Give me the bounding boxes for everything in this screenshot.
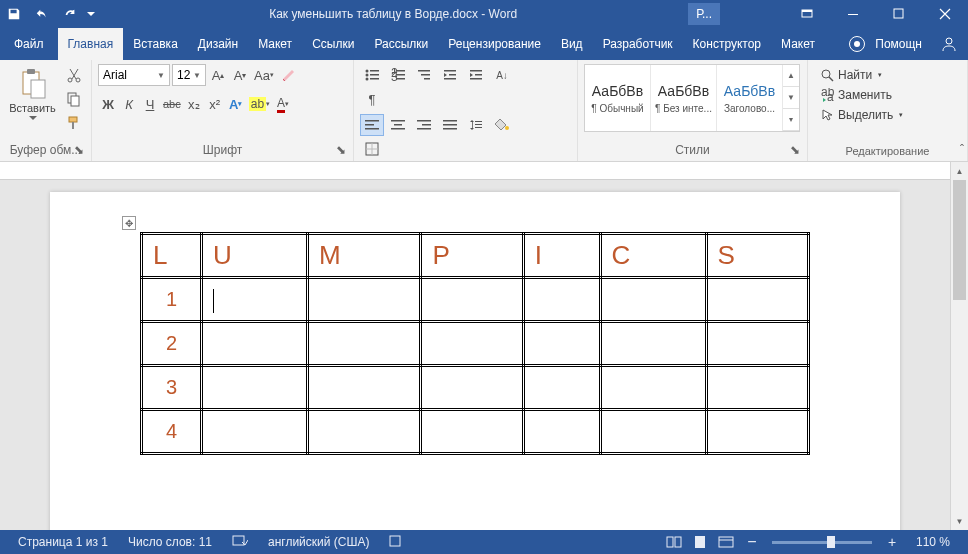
style-normal[interactable]: АаБбВв¶ Обычный xyxy=(585,65,651,131)
align-center-button[interactable] xyxy=(386,114,410,136)
tab-file[interactable]: Файл xyxy=(4,28,54,60)
decrease-indent-button[interactable] xyxy=(438,64,462,86)
tab-review[interactable]: Рецензирование xyxy=(438,28,551,60)
show-marks-button[interactable]: ¶ xyxy=(360,88,384,110)
styles-gallery[interactable]: АаБбВв¶ Обычный АаБбВв¶ Без инте... АаБб… xyxy=(584,64,800,132)
collapse-ribbon-button[interactable]: ˆ xyxy=(960,143,964,157)
read-mode-button[interactable] xyxy=(662,532,686,552)
bullets-button[interactable] xyxy=(360,64,384,86)
word-count[interactable]: Число слов: 11 xyxy=(118,535,222,549)
language-indicator[interactable]: английский (США) xyxy=(258,535,379,549)
clipboard-dialog-launcher[interactable]: ⬊ xyxy=(73,143,85,155)
table-cell[interactable]: S xyxy=(706,234,808,278)
table-cell[interactable]: U xyxy=(202,234,308,278)
styles-dialog-launcher[interactable]: ⬊ xyxy=(789,143,801,155)
styles-scroll-up[interactable]: ▲ xyxy=(783,65,799,87)
underline-button[interactable]: Ч xyxy=(140,94,160,114)
multilevel-list-button[interactable] xyxy=(412,64,436,86)
select-button[interactable]: Выделить▾ xyxy=(816,106,907,124)
redo-button[interactable] xyxy=(56,0,84,28)
document-table[interactable]: L U M P I C S 1 2 3 4 xyxy=(140,232,810,455)
tell-me-icon[interactable] xyxy=(849,36,865,52)
page-indicator[interactable]: Страница 1 из 1 xyxy=(8,535,118,549)
paste-button[interactable]: Вставить xyxy=(6,64,59,124)
styles-expand[interactable]: ▾ xyxy=(783,109,799,131)
account-icon[interactable] xyxy=(940,35,958,53)
justify-button[interactable] xyxy=(438,114,462,136)
tab-view[interactable]: Вид xyxy=(551,28,593,60)
tab-design[interactable]: Дизайн xyxy=(188,28,248,60)
shading-button[interactable] xyxy=(490,114,514,136)
font-color-button[interactable]: A▾ xyxy=(273,94,293,114)
zoom-slider-thumb[interactable] xyxy=(827,536,835,548)
subscript-button[interactable]: x₂ xyxy=(184,94,204,114)
tab-developer[interactable]: Разработчик xyxy=(593,28,683,60)
zoom-in-button[interactable]: + xyxy=(880,532,904,552)
text-effects-button[interactable]: A▾ xyxy=(226,94,246,114)
superscript-button[interactable]: x² xyxy=(205,94,225,114)
numbering-button[interactable]: 123 xyxy=(386,64,410,86)
tell-me-label[interactable]: Помощн xyxy=(875,37,922,51)
table-cell[interactable]: L xyxy=(142,234,202,278)
format-painter-button[interactable] xyxy=(63,112,85,134)
shrink-font-button[interactable]: A▾ xyxy=(230,65,250,85)
change-case-button[interactable]: Aa▾ xyxy=(252,65,276,85)
zoom-slider[interactable] xyxy=(772,541,872,544)
clear-formatting-button[interactable] xyxy=(278,65,298,85)
proofing-button[interactable] xyxy=(222,534,258,551)
cut-button[interactable] xyxy=(63,64,85,86)
increase-indent-button[interactable] xyxy=(464,64,488,86)
strikethrough-button[interactable]: abc xyxy=(161,94,183,114)
table-cell[interactable]: I xyxy=(523,234,600,278)
font-size-combo[interactable]: 12▼ xyxy=(172,64,206,86)
highlight-button[interactable]: ab▾ xyxy=(247,94,272,114)
tab-mailings[interactable]: Рассылки xyxy=(364,28,438,60)
print-layout-button[interactable] xyxy=(688,532,712,552)
qa-customize-button[interactable] xyxy=(84,0,98,28)
table-cell[interactable]: M xyxy=(308,234,421,278)
zoom-out-button[interactable]: − xyxy=(740,532,764,552)
web-layout-button[interactable] xyxy=(714,532,738,552)
styles-scroll-down[interactable]: ▼ xyxy=(783,87,799,109)
grow-font-button[interactable]: A▴ xyxy=(208,65,228,85)
group-paragraph: 123 A↓ ¶ Абзац⬊ xyxy=(354,60,578,161)
tab-layout[interactable]: Макет xyxy=(248,28,302,60)
tab-table-layout[interactable]: Макет xyxy=(771,28,825,60)
maximize-button[interactable] xyxy=(876,0,922,28)
replace-button[interactable]: abacЗаменить xyxy=(816,86,907,104)
font-name-combo[interactable]: Arial▼ xyxy=(98,64,170,86)
scroll-thumb[interactable] xyxy=(953,180,966,300)
ribbon-options-button[interactable] xyxy=(784,0,830,28)
italic-button[interactable]: К xyxy=(119,94,139,114)
style-heading1[interactable]: АаБбВвЗаголово... xyxy=(717,65,783,131)
horizontal-ruler[interactable] xyxy=(0,162,950,180)
zoom-level[interactable]: 110 % xyxy=(906,535,960,549)
style-no-spacing[interactable]: АаБбВв¶ Без инте... xyxy=(651,65,717,131)
tab-table-design[interactable]: Конструктор xyxy=(683,28,771,60)
align-right-button[interactable] xyxy=(412,114,436,136)
borders-button[interactable] xyxy=(360,138,384,160)
macro-button[interactable] xyxy=(379,535,411,550)
undo-button[interactable] xyxy=(28,0,56,28)
line-spacing-button[interactable] xyxy=(464,114,488,136)
align-left-button[interactable] xyxy=(360,114,384,136)
tab-home[interactable]: Главная xyxy=(58,28,124,60)
scroll-up-button[interactable]: ▲ xyxy=(951,162,968,180)
tab-references[interactable]: Ссылки xyxy=(302,28,364,60)
bold-button[interactable]: Ж xyxy=(98,94,118,114)
close-button[interactable] xyxy=(922,0,968,28)
copy-button[interactable] xyxy=(63,88,85,110)
svg-rect-49 xyxy=(475,121,482,122)
scroll-down-button[interactable]: ▼ xyxy=(951,512,968,530)
table-cell[interactable]: P xyxy=(421,234,523,278)
vertical-scrollbar[interactable]: ▲ ▼ xyxy=(950,162,968,530)
minimize-button[interactable] xyxy=(830,0,876,28)
sort-button[interactable]: A↓ xyxy=(490,64,514,86)
page[interactable]: ✥ L U M P I C S 1 2 3 4 xyxy=(50,192,900,530)
table-move-handle[interactable]: ✥ xyxy=(122,216,136,230)
tab-insert[interactable]: Вставка xyxy=(123,28,188,60)
find-button[interactable]: Найти▾ xyxy=(816,66,907,84)
save-button[interactable] xyxy=(0,0,28,28)
font-dialog-launcher[interactable]: ⬊ xyxy=(335,143,347,155)
table-cell[interactable]: C xyxy=(600,234,706,278)
